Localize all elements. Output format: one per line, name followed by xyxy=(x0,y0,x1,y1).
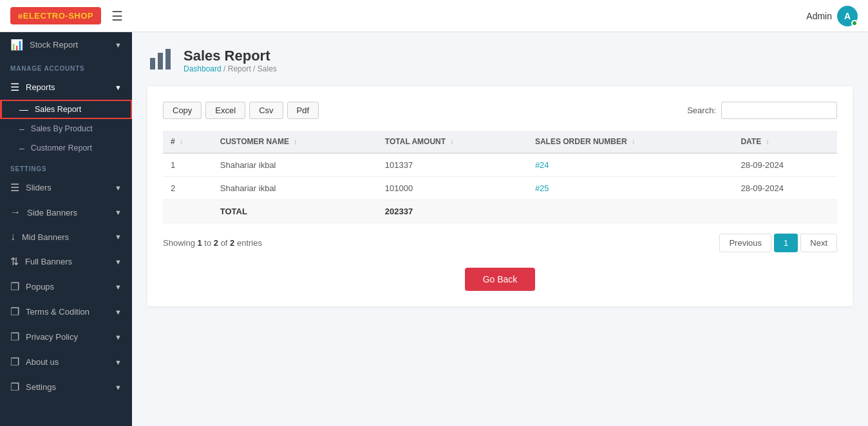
sidebar-item-terms[interactable]: ❐ Terms & Codition ▼ xyxy=(0,299,132,324)
mid-banners-icon: ↓ xyxy=(10,231,15,243)
sidebar-item-label-stock: Stock Report xyxy=(30,40,78,50)
col-date[interactable]: DATE ↕ xyxy=(733,131,837,153)
side-banners-icon: → xyxy=(10,207,21,218)
about-icon: ❐ xyxy=(10,356,19,368)
cell-num: 1 xyxy=(163,153,212,177)
showing-total: 2 xyxy=(230,238,234,248)
page-header: Sales Report Dashboard / Report / Sales xyxy=(147,45,853,76)
excel-button[interactable]: Excel xyxy=(205,102,245,119)
page-1-button[interactable]: 1 xyxy=(774,234,798,252)
copy-button[interactable]: Copy xyxy=(163,102,202,119)
cell-date: 28-09-2024 xyxy=(733,153,837,177)
order-link[interactable]: #24 xyxy=(535,160,549,170)
showing-from: 1 xyxy=(197,238,202,248)
stock-report-icon: 📊 xyxy=(10,39,23,51)
showing-to: 2 xyxy=(214,238,218,248)
order-link[interactable]: #25 xyxy=(535,183,549,193)
chevron-down-icon-full: ▼ xyxy=(115,258,122,266)
sidebar-item-label-about: About us xyxy=(26,357,59,367)
col-num[interactable]: # ↕ xyxy=(163,131,212,153)
cell-amount: 101000 xyxy=(377,177,527,200)
sidebar-item-full-banners[interactable]: ⇅ Full Banners ▼ xyxy=(0,249,132,274)
sidebar-item-about[interactable]: ❐ About us ▼ xyxy=(0,349,132,375)
table-row: 2 Shahariar ikbal 101000 #25 28-09-2024 xyxy=(163,177,837,200)
col-customer[interactable]: CUSTOMER NAME ↕ xyxy=(212,131,377,153)
topbar: eELECTRO-SHOP ☰ Admin A xyxy=(0,0,868,32)
table-row: 1 Shahariar ikbal 101337 #24 28-09-2024 xyxy=(163,153,837,177)
breadcrumb-sep2: / xyxy=(253,64,258,73)
total-empty-2 xyxy=(527,200,733,223)
chevron-down-icon: ▼ xyxy=(115,41,122,49)
avatar-status-dot xyxy=(851,20,858,26)
sales-report-icon xyxy=(147,45,173,76)
topbar-left: eELECTRO-SHOP ☰ xyxy=(10,7,123,24)
chevron-down-icon-mid: ▼ xyxy=(115,233,122,241)
chevron-down-icon-settings: ▼ xyxy=(115,384,122,391)
page-header-text: Sales Report Dashboard / Report / Sales xyxy=(184,48,277,73)
logo-name: ELECTRO-SHOP xyxy=(23,11,93,21)
search-area: Search: xyxy=(687,102,837,119)
dash-icon-customer: – xyxy=(19,143,24,153)
next-button[interactable]: Next xyxy=(800,234,837,252)
breadcrumb-sep1: / xyxy=(223,64,228,73)
logo[interactable]: eELECTRO-SHOP xyxy=(10,7,101,24)
total-row: TOTAL 202337 xyxy=(163,200,837,223)
sales-report-card: Copy Excel Csv Pdf Search: # ↕ CUSTOMER … xyxy=(147,86,853,306)
sidebar-item-label-terms: Terms & Codition xyxy=(26,307,90,317)
sidebar-sub-sales-by-product[interactable]: – Sales By Product xyxy=(0,119,132,138)
reports-icon: ☰ xyxy=(10,81,19,93)
settings-icon: ❐ xyxy=(10,381,19,393)
cell-customer: Shahariar ikbal xyxy=(212,177,377,200)
topbar-right: Admin A xyxy=(806,6,858,26)
svg-rect-0 xyxy=(150,58,155,69)
pdf-button[interactable]: Pdf xyxy=(287,102,319,119)
chevron-down-icon-reports: ▼ xyxy=(115,84,122,91)
sidebar-item-reports[interactable]: ☰ Reports ▼ xyxy=(0,75,132,100)
cell-amount: 101337 xyxy=(377,153,527,177)
sidebar-item-popups[interactable]: ❐ Popups ▼ xyxy=(0,274,132,299)
layout: 📊 Stock Report ▼ MANAGE ACCOUNTS ☰ Repor… xyxy=(0,32,868,426)
previous-button[interactable]: Previous xyxy=(719,234,771,252)
dash-icon-sales: — xyxy=(19,104,28,115)
sidebar-sub-label-product: Sales By Product xyxy=(31,124,93,133)
export-buttons: Copy Excel Csv Pdf xyxy=(163,102,319,119)
sidebar-item-privacy[interactable]: ❐ Privacy Policy ▼ xyxy=(0,324,132,349)
svg-rect-1 xyxy=(158,53,163,69)
toolbar: Copy Excel Csv Pdf Search: xyxy=(163,102,837,119)
breadcrumb-dashboard[interactable]: Dashboard xyxy=(184,64,222,73)
sidebar-sub-customer-report[interactable]: – Customer Report xyxy=(0,138,132,158)
total-empty-3 xyxy=(733,200,837,223)
hamburger-icon[interactable]: ☰ xyxy=(111,8,123,24)
search-label: Search: xyxy=(687,106,716,115)
go-back-area: Go Back xyxy=(163,268,837,291)
avatar: A xyxy=(837,6,858,26)
sidebar-item-settings[interactable]: ❐ Settings ▼ xyxy=(0,375,132,400)
cell-customer: Shahariar ikbal xyxy=(212,153,377,177)
sidebar-item-label-settings: Settings xyxy=(26,382,56,392)
sidebar-sub-label-sales: Sales Report xyxy=(35,105,81,114)
chevron-down-icon-sliders: ▼ xyxy=(115,184,122,192)
main-content: Sales Report Dashboard / Report / Sales … xyxy=(132,32,868,426)
sidebar-item-stock-report[interactable]: 📊 Stock Report ▼ xyxy=(0,32,132,57)
cell-date: 28-09-2024 xyxy=(733,177,837,200)
sidebar-item-label-sliders: Sliders xyxy=(26,183,52,192)
go-back-button[interactable]: Go Back xyxy=(465,268,536,291)
sidebar-item-label-popups: Popups xyxy=(26,282,54,292)
sidebar-item-mid-banners[interactable]: ↓ Mid Banners ▼ xyxy=(0,225,132,249)
sidebar-item-side-banners[interactable]: → Side Banners ▼ xyxy=(0,200,132,225)
search-input[interactable] xyxy=(721,102,837,119)
col-amount[interactable]: TOTAL AMOUNT ↕ xyxy=(377,131,527,153)
cell-order: #24 xyxy=(527,153,733,177)
csv-button[interactable]: Csv xyxy=(249,102,283,119)
sidebar-sub-sales-report[interactable]: — Sales Report xyxy=(0,100,132,119)
sidebar-item-sliders[interactable]: ☰ Sliders ▼ xyxy=(0,175,132,200)
pagination: Previous 1 Next xyxy=(719,234,837,252)
sort-icon-date: ↕ xyxy=(766,138,769,145)
chevron-down-icon-about: ▼ xyxy=(115,358,122,366)
table-header-row: # ↕ CUSTOMER NAME ↕ TOTAL AMOUNT ↕ SALES… xyxy=(163,131,837,153)
pagination-area: Showing 1 to 2 of 2 entries Previous 1 N… xyxy=(163,234,837,252)
col-order[interactable]: SALES ORDER NUMBER ↕ xyxy=(527,131,733,153)
manage-accounts-section: MANAGE ACCOUNTS xyxy=(0,57,132,75)
sales-table: # ↕ CUSTOMER NAME ↕ TOTAL AMOUNT ↕ SALES… xyxy=(163,131,837,223)
total-empty-1 xyxy=(163,200,212,223)
